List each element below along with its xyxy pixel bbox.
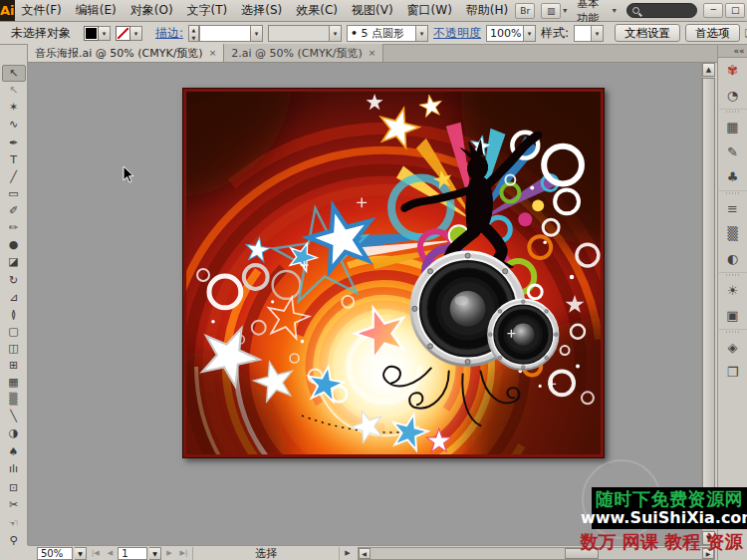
tab-2ai[interactable]: 2.ai @ 50% (CMYK/预览) ×	[224, 44, 383, 62]
width-tool[interactable]: ≬	[2, 306, 26, 323]
artboard-music-poster[interactable]	[182, 88, 605, 458]
document-tab-bar: 音乐海报.ai @ 50% (CMYK/预览) × 2.ai @ 50% (CM…	[28, 45, 747, 63]
mesh-tool[interactable]: ▦	[2, 374, 26, 391]
magic-wand-tool[interactable]: ✶	[2, 99, 26, 116]
rectangle-tool[interactable]: ▭	[2, 185, 26, 202]
scale-tool[interactable]: ⊿	[2, 289, 26, 306]
layers-panel-icon[interactable]: ◈	[719, 335, 747, 360]
column-graph-tool[interactable]: ılı	[2, 460, 26, 477]
symbol-sprayer-tool[interactable]: ♠	[2, 443, 26, 460]
style-select[interactable]	[574, 25, 592, 42]
artboard-number-input[interactable]: 1	[118, 547, 147, 560]
close-tab-icon[interactable]: ×	[369, 48, 376, 58]
type-tool[interactable]: T	[2, 151, 26, 168]
style-dropdown-icon[interactable]: ▾	[592, 25, 604, 42]
selection-tool[interactable]: ↖	[2, 65, 26, 82]
appearance-panel-icon[interactable]: ☀	[719, 278, 747, 303]
close-tab-icon[interactable]: ×	[209, 48, 217, 58]
arrange-documents-icon[interactable]: ▥	[541, 3, 561, 19]
scroll-up-icon[interactable]: ▲	[702, 63, 715, 77]
swatches-panel-icon[interactable]: ▦	[719, 115, 747, 140]
free-transform-tool[interactable]: ▢	[2, 323, 26, 340]
pencil-tool[interactable]: ✏	[2, 219, 26, 236]
zoom-tool[interactable]: ⚲	[2, 532, 26, 545]
artboard-tool[interactable]: ⊡	[2, 479, 26, 496]
stroke-color-dropdown-icon[interactable]: ▾	[130, 26, 142, 41]
tab-music-poster[interactable]: 音乐海报.ai @ 50% (CMYK/预览) ×	[28, 44, 224, 62]
opacity-input[interactable]: 100%	[486, 25, 524, 42]
vertical-scrollbar[interactable]: ▲ ▼	[701, 63, 715, 545]
graphic-styles-panel-icon[interactable]: ▣	[719, 303, 747, 328]
eraser-tool[interactable]: ◪	[2, 253, 26, 270]
scroll-left-icon[interactable]: ◀	[359, 548, 371, 559]
expand-panels-icon[interactable]: ««	[718, 45, 747, 58]
brush-definition-select[interactable]: • 5 点圆形	[347, 25, 416, 42]
color-guide-panel-icon[interactable]: ◔	[719, 83, 747, 108]
symbols-panel-icon[interactable]: ♣	[719, 164, 747, 189]
tools-panel: ↖↖✶∿✒T╱▭✐✏●◪↻⊿≬▢◫⊞▦▒╲◑♠ılı⊡✂☜⚲	[0, 45, 28, 545]
opacity-panel-link[interactable]: 不透明度	[433, 25, 481, 42]
artboard-dropdown-icon[interactable]: ▼	[149, 547, 161, 560]
menu-window[interactable]: 窗口(W)	[400, 0, 459, 21]
menu-file[interactable]: 文件(F)	[15, 0, 69, 21]
bridge-icon[interactable]: Br	[515, 3, 535, 19]
zoom-level-input[interactable]: 50%	[37, 547, 73, 560]
menu-help[interactable]: 帮助(H)	[459, 0, 515, 21]
stroke-width-input[interactable]	[199, 25, 251, 42]
app-logo[interactable]: Ai	[0, 0, 15, 21]
gradient-tool[interactable]: ▒	[2, 391, 26, 408]
menu-view[interactable]: 视图(V)	[345, 0, 400, 21]
slice-tool[interactable]: ✂	[2, 496, 26, 513]
stroke-panel-link[interactable]: 描边:	[155, 25, 183, 42]
menu-type[interactable]: 文字(T)	[180, 0, 235, 21]
menu-effect[interactable]: 效果(C)	[289, 0, 345, 21]
menu-edit[interactable]: 编辑(E)	[69, 0, 124, 21]
blend-tool[interactable]: ◑	[2, 424, 26, 441]
transparency-panel-icon[interactable]: ◐	[719, 246, 747, 271]
opacity-dropdown-icon[interactable]: ▾	[524, 25, 536, 42]
brushes-panel-icon[interactable]: ✎	[719, 140, 747, 164]
control-bar: 未选择对象 ▾ ▾ 描边: ▲▼ ▾ ▾ • 5 点圆形 ▾ 不透明度 100%…	[0, 22, 747, 45]
gradient-panel-icon[interactable]: ▒	[719, 221, 747, 246]
stroke-panel-icon[interactable]: ≡	[719, 196, 747, 221]
last-artboard-icon[interactable]: ▶|	[177, 549, 191, 557]
vertical-scroll-thumb[interactable]	[702, 78, 715, 514]
stroke-width-stepper[interactable]: ▲▼	[188, 25, 199, 42]
previous-artboard-icon[interactable]: ◀	[105, 549, 116, 557]
status-expand-icon[interactable]: ▶	[342, 549, 353, 557]
chevron-down-icon: ▾	[563, 6, 567, 15]
artboards-panel-icon[interactable]: ❐	[719, 360, 747, 385]
canvas-pasteboard[interactable]	[28, 63, 701, 545]
fill-color-swatch[interactable]	[84, 26, 99, 41]
brush-dropdown-icon[interactable]: ▾	[416, 25, 428, 42]
tab-label: 音乐海报.ai @ 50% (CMYK/预览)	[35, 46, 203, 61]
menu-select[interactable]: 选择(S)	[234, 0, 289, 21]
minimize-button[interactable]: ─	[703, 3, 723, 18]
maximize-button[interactable]: □	[725, 3, 745, 18]
menu-object[interactable]: 对象(O)	[124, 0, 180, 21]
line-segment-tool[interactable]: ╱	[2, 168, 26, 185]
lasso-tool[interactable]: ∿	[2, 116, 26, 133]
zoom-dropdown-icon[interactable]: ▼	[75, 547, 87, 560]
blob-brush-tool[interactable]: ●	[2, 236, 26, 253]
next-artboard-icon[interactable]: ▶	[163, 549, 174, 557]
shape-builder-tool[interactable]: ◫	[2, 340, 26, 357]
first-artboard-icon[interactable]: |◀	[89, 549, 103, 557]
perspective-grid-tool[interactable]: ⊞	[2, 357, 26, 374]
color-panel-icon[interactable]: ✾	[719, 58, 747, 83]
paintbrush-tool[interactable]: ✐	[2, 202, 26, 219]
search-input[interactable]	[626, 3, 698, 18]
stroke-color-swatch[interactable]	[116, 26, 130, 41]
stroke-width-dropdown-icon[interactable]: ▾	[251, 25, 263, 42]
direct-selection-tool[interactable]: ↖	[2, 82, 26, 99]
eyedropper-tool[interactable]: ╲	[2, 408, 26, 424]
hand-tool[interactable]: ☜	[2, 515, 26, 532]
style-label: 样式:	[541, 25, 569, 42]
rotate-tool[interactable]: ↻	[2, 272, 26, 289]
profile-dropdown-icon[interactable]: ▾	[330, 25, 342, 42]
fill-color-dropdown-icon[interactable]: ▾	[99, 26, 111, 41]
preferences-button[interactable]: 首选项	[685, 24, 740, 42]
variable-width-profile-select[interactable]	[268, 25, 330, 42]
document-setup-button[interactable]: 文档设置	[615, 24, 680, 42]
pen-tool[interactable]: ✒	[2, 135, 26, 151]
